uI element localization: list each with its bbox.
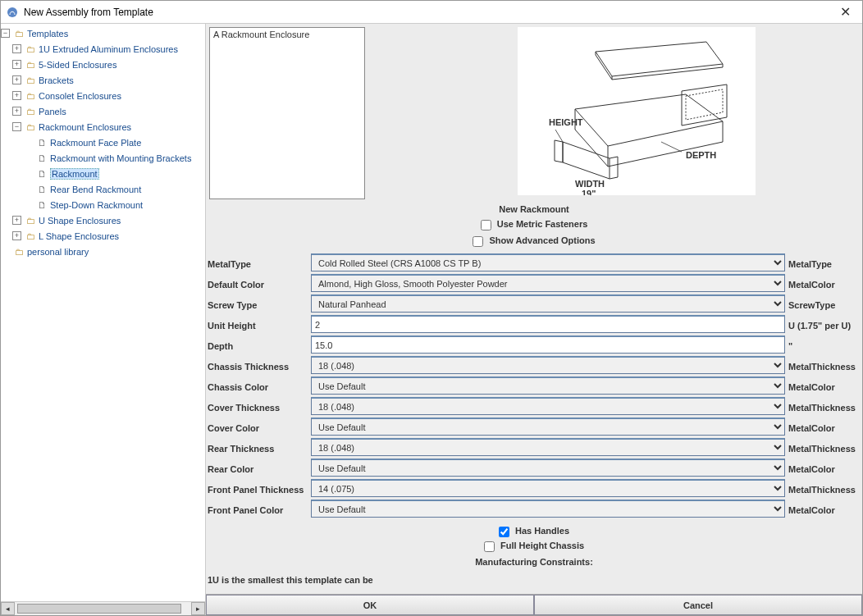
svg-line-1 <box>555 130 563 142</box>
folder-icon: 🗀 <box>24 231 37 241</box>
tree-label: Rackmount <box>50 168 99 180</box>
preview-image: HEIGHT DEPTH WIDTH 19" <box>518 27 756 195</box>
form-select[interactable]: Use Default <box>311 418 785 436</box>
metric-checkbox[interactable] <box>481 220 491 230</box>
tree-label: Rackmount with Mounting Brackets <box>50 153 191 163</box>
description-box: A Rackmount Enclosure <box>209 27 365 199</box>
tree-label: 5-Sided Enclosures <box>39 60 116 70</box>
tree-leaf[interactable]: 🗋Rackmount <box>1 166 205 181</box>
horizontal-scrollbar[interactable]: ◂ ▸ <box>1 601 205 615</box>
tree-leaf[interactable]: 🗋Rackmount with Mounting Brackets <box>1 150 205 166</box>
form-select[interactable]: Use Default <box>311 459 785 477</box>
form-input[interactable] <box>311 315 785 333</box>
advanced-label: Show Advanced Options <box>489 235 595 245</box>
close-button[interactable]: ✕ <box>833 4 857 20</box>
form-row: Depth" <box>206 335 861 356</box>
expand-icon[interactable]: + <box>12 216 21 225</box>
tree-leaf[interactable]: 🗋Rear Bend Rackmount <box>1 181 205 197</box>
advanced-checkbox[interactable] <box>473 236 483 247</box>
tree-leaf[interactable]: 🗋Step-Down Rackmount <box>1 197 205 212</box>
expand-icon[interactable]: + <box>12 91 21 100</box>
form-select[interactable]: Natural Panhead <box>311 294 785 313</box>
tree-node[interactable]: +🗀Consolet Enclosures <box>1 88 205 103</box>
expand-icon[interactable]: + <box>12 44 21 53</box>
form-row: Chassis Thickness18 (.048)MetalThickness <box>206 356 861 376</box>
scroll-thumb[interactable] <box>17 604 181 614</box>
tree-node-personal-library[interactable]: 🗀 personal library <box>1 244 205 259</box>
ok-button[interactable]: OK <box>206 595 534 615</box>
expand-icon[interactable]: + <box>12 231 21 240</box>
form-suffix: MetalColor <box>785 500 861 520</box>
description-text: A Rackmount Enclosure <box>213 30 309 39</box>
collapse-icon[interactable]: − <box>1 29 10 38</box>
form-select[interactable]: Use Default <box>311 376 785 395</box>
form-label: Rear Thickness <box>206 438 311 459</box>
file-icon: 🗋 <box>35 153 48 163</box>
tree-leaf[interactable]: 🗋Rackmount Face Plate <box>1 135 205 150</box>
cancel-button[interactable]: Cancel <box>534 595 862 615</box>
form-select[interactable]: Use Default <box>311 500 785 518</box>
folder-icon: 🗀 <box>24 75 37 85</box>
tree-node[interactable]: +🗀L Shape Enclosures <box>1 228 205 244</box>
folder-icon: 🗀 <box>24 216 37 226</box>
titlebar: New Assembly from Template ✕ <box>1 1 862 24</box>
tree-label: Panels <box>39 107 66 116</box>
form-suffix: MetalColor <box>785 418 861 438</box>
tree-node[interactable]: +🗀Panels <box>1 103 205 119</box>
has-handles-label: Has Handles <box>515 526 569 536</box>
metric-fasteners-option[interactable]: Use Metric Fasteners <box>206 219 862 230</box>
window-title: New Assembly from Template <box>24 7 833 18</box>
full-height-label: Full Height Chassis <box>500 541 584 550</box>
main-panel: A Rackmount Enclosure <box>206 24 862 615</box>
tree-label: Step-Down Rackmount <box>50 200 143 210</box>
form-label: Cover Color <box>206 418 311 438</box>
form-select[interactable]: 18 (.048) <box>311 397 785 415</box>
tree-label: Rear Bend Rackmount <box>50 185 141 194</box>
form-label: Default Color <box>206 274 311 294</box>
folder-icon: 🗀 <box>24 91 37 101</box>
form-label: MetalType <box>206 253 311 274</box>
form-label: Front Panel Color <box>206 500 311 520</box>
form-input[interactable] <box>311 335 785 354</box>
advanced-options-option[interactable]: Show Advanced Options <box>206 235 862 247</box>
form-row: Front Panel ColorUse DefaultMetalColor <box>206 500 861 520</box>
tree-node[interactable]: +🗀5-Sided Enclosures <box>1 57 205 72</box>
form-row: Cover Thickness18 (.048)MetalThickness <box>206 397 861 418</box>
has-handles-checkbox[interactable] <box>499 527 509 537</box>
full-height-checkbox[interactable] <box>484 541 495 552</box>
scroll-right-button[interactable]: ▸ <box>191 602 205 615</box>
folder-icon: 🗀 <box>24 44 37 54</box>
form-suffix: " <box>785 335 861 356</box>
expand-icon[interactable]: + <box>12 107 21 116</box>
form-select[interactable]: Cold Rolled Steel (CRS A1008 CS TP B) <box>311 253 785 271</box>
form-select[interactable]: Almond, High Gloss, Smooth Polyester Pow… <box>311 274 785 292</box>
collapse-icon[interactable]: − <box>12 122 21 131</box>
form-label: Screw Type <box>206 294 311 315</box>
tree-node[interactable]: +🗀1U Extruded Aluminum Enclosures <box>1 41 205 57</box>
scroll-left-button[interactable]: ◂ <box>1 602 15 615</box>
expand-icon[interactable]: + <box>12 60 21 69</box>
template-tree[interactable]: − 🗀 Templates +🗀1U Extruded Aluminum Enc… <box>1 24 205 601</box>
form-suffix: MetalColor <box>785 459 861 479</box>
form-label: Depth <box>206 335 311 356</box>
form-select[interactable]: 18 (.048) <box>311 356 785 374</box>
form-label: Chassis Color <box>206 376 311 397</box>
tree-node[interactable]: +🗀Brackets <box>1 72 205 88</box>
mfg-constraints-label: Manufacturing Constraints: <box>206 557 862 567</box>
form-label: Front Panel Thickness <box>206 479 311 500</box>
form-select[interactable]: 18 (.048) <box>311 438 785 456</box>
form-suffix: MetalThickness <box>785 479 861 500</box>
has-handles-option[interactable]: Has Handles <box>206 526 862 537</box>
width-value: 19" <box>582 189 596 195</box>
file-icon: 🗋 <box>35 138 48 148</box>
tree-root-templates[interactable]: − 🗀 Templates <box>1 25 205 41</box>
form-row: Front Panel Thickness14 (.075)MetalThick… <box>206 479 861 500</box>
tree-node-rackmount-enclosures[interactable]: − 🗀 Rackmount Enclosures <box>1 119 205 135</box>
file-icon: 🗋 <box>35 200 48 210</box>
form-select[interactable]: 14 (.075) <box>311 479 785 497</box>
form-row: Rear ColorUse DefaultMetalColor <box>206 459 861 479</box>
tree-node[interactable]: +🗀U Shape Enclosures <box>1 212 205 228</box>
full-height-option[interactable]: Full Height Chassis <box>206 541 862 552</box>
form-suffix: ScrewType <box>785 294 861 315</box>
expand-icon[interactable]: + <box>12 75 21 84</box>
